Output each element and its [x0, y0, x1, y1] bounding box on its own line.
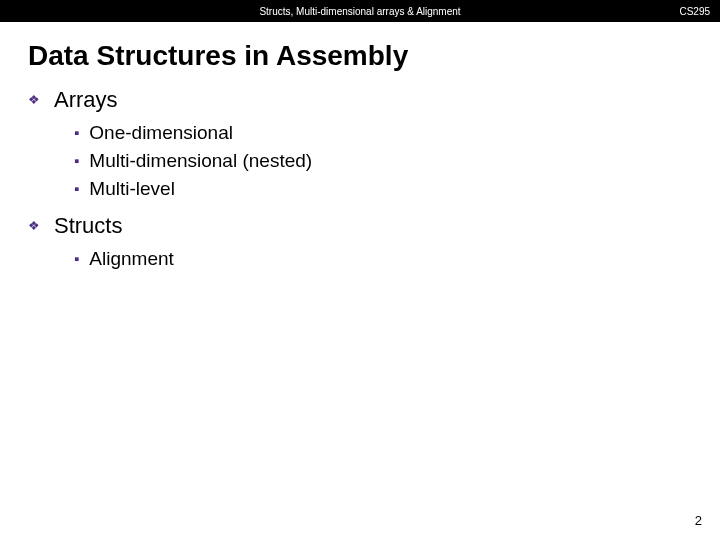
- section-arrays-items: ▪ One-dimensional ▪ Multi-dimensional (n…: [74, 120, 720, 202]
- item-text: One-dimensional: [89, 120, 233, 146]
- page-number: 2: [695, 513, 702, 528]
- square-bullet-icon: ▪: [74, 246, 79, 272]
- item-text: Multi-dimensional (nested): [89, 148, 312, 174]
- list-item: ▪ Multi-level: [74, 176, 720, 202]
- header-right: CS295: [679, 6, 710, 17]
- item-text: Alignment: [89, 246, 174, 272]
- section-label: Arrays: [54, 86, 118, 114]
- section-label: Structs: [54, 212, 122, 240]
- list-item: ▪ One-dimensional: [74, 120, 720, 146]
- slide: Structs, Multi-dimensional arrays & Alig…: [0, 0, 720, 540]
- square-bullet-icon: ▪: [74, 176, 79, 202]
- section-structs: ❖ Structs: [28, 212, 720, 240]
- list-item: ▪ Alignment: [74, 246, 720, 272]
- list-item: ▪ Multi-dimensional (nested): [74, 148, 720, 174]
- item-text: Multi-level: [89, 176, 175, 202]
- diamond-bullet-icon: ❖: [28, 212, 40, 240]
- square-bullet-icon: ▪: [74, 120, 79, 146]
- header-bar: Structs, Multi-dimensional arrays & Alig…: [0, 0, 720, 22]
- slide-title: Data Structures in Assembly: [28, 40, 720, 72]
- section-arrays: ❖ Arrays: [28, 86, 720, 114]
- diamond-bullet-icon: ❖: [28, 86, 40, 114]
- section-structs-items: ▪ Alignment: [74, 246, 720, 272]
- square-bullet-icon: ▪: [74, 148, 79, 174]
- header-center: Structs, Multi-dimensional arrays & Alig…: [259, 6, 460, 17]
- content: ❖ Arrays ▪ One-dimensional ▪ Multi-dimen…: [28, 86, 720, 272]
